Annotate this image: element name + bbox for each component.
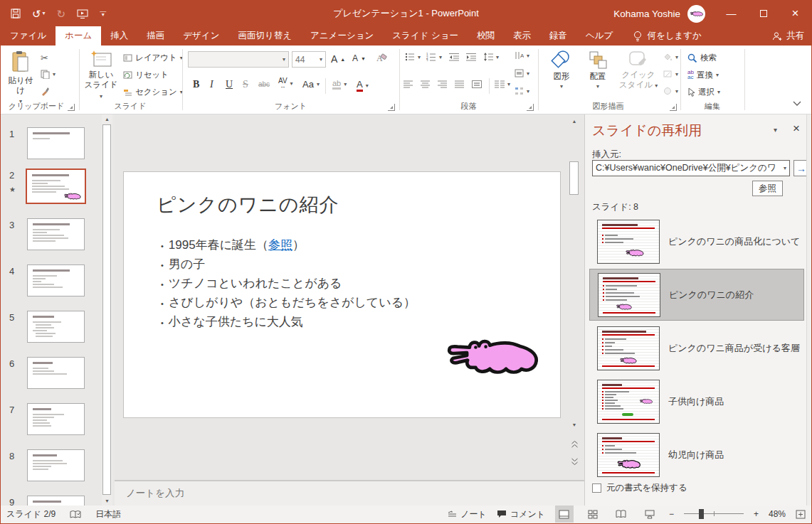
scroll-up-icon[interactable]: ▲: [102, 114, 112, 124]
account-avatar[interactable]: [687, 5, 705, 23]
format-painter-button[interactable]: [41, 87, 50, 96]
smartart-convert-button[interactable]: ▾: [515, 87, 529, 95]
reuse-slide-item-1[interactable]: ピンクのワニの商品化について: [589, 215, 804, 267]
align-text-button[interactable]: ▾: [515, 69, 529, 77]
align-right-button[interactable]: [438, 80, 447, 88]
strikethrough-button[interactable]: S: [243, 79, 248, 90]
reuse-slide-item-3[interactable]: ピンクのワニ商品が受ける客層: [589, 322, 804, 374]
text-highlight-button[interactable]: ab ▾: [332, 79, 347, 90]
maximize-button[interactable]: [747, 1, 779, 26]
bullet-1-hyperlink[interactable]: 参照: [268, 238, 292, 252]
arrange-button[interactable]: 配置 ▾: [581, 48, 614, 90]
shape-fill-button[interactable]: ▾: [663, 53, 678, 61]
shapes-button[interactable]: 図形 ▾: [545, 48, 578, 90]
shape-outline-button[interactable]: ▾: [663, 70, 678, 78]
collapse-ribbon-button[interactable]: [793, 98, 801, 108]
find-button[interactable]: 検索: [687, 53, 717, 63]
slide-thumbnail-7[interactable]: [27, 403, 85, 435]
font-name-combo[interactable]: ▾: [188, 51, 289, 68]
zoom-out-button[interactable]: −: [669, 509, 674, 519]
canvas-scroll-down-icon[interactable]: ▼: [569, 419, 580, 429]
tab-slideshow[interactable]: スライド ショー: [383, 26, 468, 46]
decrease-indent-button[interactable]: [449, 53, 459, 61]
pink-crocodile-image[interactable]: [443, 330, 544, 380]
slide-counter[interactable]: スライド 2/9: [6, 508, 56, 520]
zoom-percentage[interactable]: 48%: [769, 509, 786, 519]
italic-button[interactable]: I: [210, 79, 213, 90]
subscript-strike-button[interactable]: abc: [258, 80, 270, 88]
normal-view-button[interactable]: [555, 506, 574, 523]
tab-recording[interactable]: 録音: [540, 26, 576, 46]
slide-thumbnail-9[interactable]: [27, 496, 85, 506]
tab-insert[interactable]: 挿入: [101, 26, 137, 46]
share-button[interactable]: 共有: [772, 26, 804, 46]
tab-file[interactable]: ファイル: [1, 26, 56, 46]
slide-thumbnail-5[interactable]: [27, 311, 85, 343]
accessibility-checker-button[interactable]: [70, 510, 81, 519]
tab-home[interactable]: ホーム: [56, 26, 101, 46]
underline-button[interactable]: U: [226, 79, 233, 90]
clipboard-dialog-launcher[interactable]: [68, 104, 75, 111]
tab-design[interactable]: デザイン: [174, 26, 228, 46]
reuse-slide-item-2-selected[interactable]: ピンクのワニの紹介: [589, 269, 804, 321]
slide-thumbnail-1[interactable]: [27, 127, 85, 159]
slides-panel-scrollbar[interactable]: ▲ ▼: [102, 114, 112, 506]
account-name[interactable]: Kohama Yoshie: [613, 9, 680, 19]
next-slide-button[interactable]: [569, 456, 580, 466]
save-button[interactable]: [11, 9, 21, 18]
canvas-scroll-up-icon[interactable]: ▲: [569, 116, 580, 126]
close-button[interactable]: ×: [779, 1, 811, 26]
current-slide[interactable]: ピンクのワニの紹介 • 1995年春に誕生（参照） •男の子 •ツチノコといわれ…: [123, 171, 561, 418]
layout-button[interactable]: レイアウト ▾: [123, 53, 183, 63]
change-case-button[interactable]: Aa ▾: [302, 79, 320, 90]
zoom-slider[interactable]: [684, 506, 744, 523]
numbering-button[interactable]: 123 ▾: [426, 53, 442, 61]
comments-button[interactable]: コメント: [497, 508, 545, 520]
source-path-combo[interactable]: C:¥Users¥wanic¥OneDrive¥公開¥ピンクのワ ▾: [592, 160, 790, 176]
undo-button[interactable]: ↺ ▾: [32, 9, 46, 19]
language-indicator[interactable]: 日本語: [95, 508, 121, 520]
paragraph-dialog-launcher[interactable]: [527, 104, 534, 111]
slide-body-text[interactable]: • 1995年春に誕生（参照） •男の子 •ツチノコといわれたことがある •さび…: [161, 236, 416, 332]
grow-font-button[interactable]: A▲: [331, 53, 345, 65]
quick-styles-button[interactable]: クイック スタイル ▾: [618, 48, 659, 90]
reset-button[interactable]: リセット: [123, 70, 169, 80]
replace-button[interactable]: ab ac 置換 ▾: [687, 70, 719, 80]
tab-transitions[interactable]: 画面切り替え: [228, 26, 301, 46]
cut-button[interactable]: ✂: [41, 53, 48, 63]
font-color-button[interactable]: A ▾: [357, 79, 369, 92]
shape-effects-button[interactable]: ▾: [663, 87, 678, 95]
new-slide-button[interactable]: 新しい スライド ▾: [83, 48, 119, 100]
notes-toggle-button[interactable]: ノート: [448, 508, 487, 520]
reuse-slide-item-5[interactable]: 幼児向け商品: [589, 429, 804, 481]
bold-button[interactable]: B: [193, 79, 199, 90]
section-button[interactable]: セクション ▾: [123, 87, 183, 97]
slide-thumbnail-4[interactable]: [27, 264, 85, 296]
font-dialog-launcher[interactable]: [388, 104, 395, 111]
reuse-pane-scrollbar[interactable]: [806, 114, 811, 506]
justify-button[interactable]: [455, 80, 464, 88]
tab-review[interactable]: 校閲: [468, 26, 504, 46]
start-slideshow-button[interactable]: [77, 9, 88, 18]
minimize-button[interactable]: —: [715, 1, 747, 26]
slide-thumbnail-3[interactable]: [27, 218, 85, 250]
browse-button[interactable]: 参照: [752, 181, 783, 196]
keep-source-formatting-option[interactable]: 元の書式を保持する: [592, 482, 687, 494]
tab-view[interactable]: 表示: [504, 26, 540, 46]
align-left-button[interactable]: [404, 80, 413, 88]
slide-sorter-view-button[interactable]: [584, 506, 602, 523]
select-button[interactable]: 選択 ▾: [687, 87, 720, 97]
slides-panel-scroll-thumb[interactable]: [102, 124, 111, 495]
fit-to-window-button[interactable]: [796, 510, 806, 519]
slideshow-view-button[interactable]: [640, 506, 659, 523]
tell-me-search[interactable]: 何をしますか: [633, 26, 701, 46]
clear-formatting-button[interactable]: A: [376, 53, 387, 63]
distribute-button[interactable]: [472, 80, 482, 88]
canvas-scrollbar[interactable]: ▲ ▼: [569, 116, 580, 481]
pane-close-icon[interactable]: ×: [793, 122, 800, 136]
previous-slide-button[interactable]: [569, 439, 580, 449]
text-direction-button[interactable]: A ▾: [515, 51, 529, 60]
align-center-button[interactable]: [421, 80, 430, 88]
keep-formatting-checkbox[interactable]: [592, 483, 601, 493]
paste-button[interactable]: 貼り付け ▾: [5, 48, 36, 105]
